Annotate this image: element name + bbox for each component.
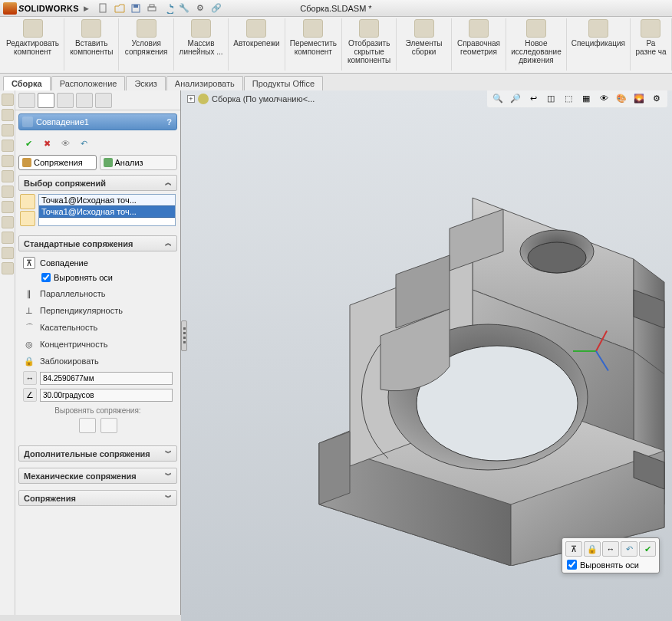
toolbar-icon[interactable] — [2, 109, 14, 121]
tab-office[interactable]: Продукты Office — [244, 76, 323, 90]
open-file-icon[interactable] — [113, 2, 127, 15]
svg-rect-0 — [100, 4, 106, 12]
property-manager-tab-icon[interactable] — [38, 93, 54, 108]
display-style-icon[interactable]: ▦ — [578, 90, 594, 106]
selection-item[interactable]: Точка1@Исходная точ... — [39, 206, 175, 218]
config-tab-icon[interactable] — [57, 93, 74, 108]
dimxpert-tab-icon[interactable] — [76, 93, 93, 108]
ribbon-insert-components[interactable]: Вставить компоненты — [64, 18, 119, 71]
document-title: Сборка.SLDASM * — [300, 4, 371, 13]
flyout-tree[interactable]: + Сборка (По умолчанию<... — [187, 94, 315, 104]
save-icon[interactable] — [129, 2, 143, 15]
ribbon-edit-component[interactable]: Редактировать компонент — [2, 18, 64, 71]
angle-input[interactable] — [40, 389, 173, 402]
section-header-standard[interactable]: Стандартные сопряжения︽ — [18, 235, 177, 251]
align-same-button[interactable] — [79, 418, 96, 433]
angle-row: ∠ — [20, 386, 176, 403]
tab-sketch[interactable]: Эскиз — [126, 76, 165, 90]
mate-tangent[interactable]: ⌒Касательность — [20, 319, 176, 336]
toolbar-icon[interactable] — [2, 232, 14, 244]
graphics-viewport[interactable]: + Сборка (По умолчанию<... 🔍 🔎 ↩ ◫ ⬚ ▦ 👁… — [181, 90, 672, 621]
mate-coincident[interactable]: ⊼Совпадение — [20, 255, 176, 271]
section-header-mechanical[interactable]: Механические сопряжения︾ — [18, 468, 177, 484]
ribbon-mate[interactable]: Условия сопряжения — [119, 18, 173, 71]
popup-lock-icon[interactable]: 🔒 — [584, 541, 601, 557]
popup-undo-icon[interactable]: ↶ — [621, 541, 637, 557]
toolbar-icon[interactable] — [2, 140, 14, 152]
section-view-icon[interactable]: ◫ — [543, 90, 558, 106]
ribbon-move-component[interactable]: Переместить компонент — [285, 18, 342, 71]
zoom-area-icon[interactable]: 🔎 — [508, 90, 523, 106]
command-tabs: Сборка Расположение Эскиз Анализировать … — [0, 74, 672, 90]
ribbon-bom[interactable]: Спецификация — [567, 18, 631, 71]
toolbar-icon[interactable] — [2, 94, 14, 106]
selection-item[interactable]: Точка1@Исходная точ... — [39, 195, 175, 206]
toolbar-icon[interactable] — [2, 186, 14, 198]
align-axes-checkbox[interactable] — [41, 273, 51, 282]
print-icon[interactable] — [145, 2, 159, 15]
tab-layout[interactable]: Расположение — [51, 76, 126, 90]
subtab-analysis[interactable]: Анализ — [100, 155, 178, 170]
toolbar-icon[interactable] — [2, 170, 14, 182]
mate-concentric[interactable]: ◎Концентричность — [20, 336, 176, 353]
undo-icon[interactable] — [161, 2, 175, 15]
undo-button[interactable]: ↶ — [77, 136, 91, 150]
popup-align-checkbox[interactable] — [567, 560, 577, 570]
new-file-icon[interactable] — [97, 2, 110, 15]
view-orient-icon[interactable]: ⬚ — [561, 90, 576, 106]
ribbon-assembly-features[interactable]: Элементы сборки — [397, 18, 451, 71]
toolbar-icon[interactable] — [2, 201, 14, 213]
tab-assembly[interactable]: Сборка — [3, 76, 51, 90]
display-tab-icon[interactable] — [95, 93, 112, 108]
mate-parallel[interactable]: ∥Параллельность — [20, 285, 176, 302]
distance-row: ↔ — [20, 370, 176, 386]
mate-lock[interactable]: 🔒Заблокировать — [20, 353, 176, 370]
ribbon-exploded[interactable]: Ра разне ча — [631, 18, 672, 71]
toolbar-icon[interactable] — [2, 155, 14, 167]
perpendicular-icon: ⊥ — [23, 304, 35, 317]
mate-perpendicular[interactable]: ⊥Перпендикулярность — [20, 302, 176, 319]
feature-tree-tab-icon[interactable] — [18, 93, 35, 108]
section-header-mates[interactable]: Сопряжения︾ — [18, 490, 177, 506]
options-icon[interactable]: ⚙ — [193, 2, 207, 15]
appearance-icon[interactable]: 🎨 — [614, 90, 629, 106]
hide-show-icon[interactable]: 👁 — [596, 90, 611, 106]
link-icon[interactable]: 🔗 — [209, 2, 223, 15]
ribbon-smart-fasteners[interactable]: Автокрепежи — [229, 18, 285, 71]
preview-button[interactable]: 👁 — [58, 136, 72, 150]
prev-view-icon[interactable]: ↩ — [525, 90, 541, 106]
scrollbar-stub[interactable] — [15, 615, 181, 621]
toolbar-icon[interactable] — [2, 216, 14, 228]
popup-ok-icon[interactable]: ✔ — [639, 541, 656, 557]
ribbon-motion-study[interactable]: Новое исследование движения — [506, 18, 567, 71]
command-ribbon: Редактировать компонент Вставить компоне… — [0, 17, 672, 74]
scene-icon[interactable]: 🌄 — [631, 90, 647, 106]
selection-listbox[interactable]: Точка1@Исходная точ... Точка1@Исходная т… — [38, 194, 176, 226]
expand-icon[interactable]: + — [187, 95, 195, 103]
tab-evaluate[interactable]: Анализировать — [166, 76, 243, 90]
panel-splitter[interactable] — [181, 320, 187, 351]
help-button[interactable]: ? — [166, 117, 172, 127]
view-settings-icon[interactable]: ⚙ — [649, 90, 664, 106]
cancel-button[interactable]: ✖ — [40, 136, 54, 150]
popup-distance-icon[interactable]: ↔ — [602, 541, 619, 557]
toolbar-icon[interactable] — [2, 124, 14, 136]
distance-input[interactable] — [40, 372, 173, 385]
entity-filter-icon[interactable] — [20, 211, 35, 226]
section-header-selection[interactable]: Выбор сопряжений︽ — [18, 175, 177, 191]
title-bar: SOLIDWORKS ▶ 🔧 ⚙ 🔗 Сборка.SLDASM * — [0, 0, 672, 17]
entity-filter-icon[interactable] — [20, 194, 35, 209]
ribbon-reference-geometry[interactable]: Справочная геометрия — [452, 18, 506, 71]
align-anti-button[interactable] — [100, 418, 117, 433]
popup-coincident-icon[interactable]: ⊼ — [565, 541, 582, 557]
section-header-advanced[interactable]: Дополнительные сопряжения︾ — [18, 445, 177, 462]
ok-button[interactable]: ✔ — [21, 136, 35, 150]
rebuild-icon[interactable]: 🔧 — [177, 2, 191, 15]
toolbar-icon[interactable] — [2, 247, 14, 259]
menu-dropdown-icon[interactable]: ▶ — [84, 5, 89, 12]
zoom-fit-icon[interactable]: 🔍 — [490, 90, 506, 106]
toolbar-icon[interactable] — [2, 262, 14, 274]
ribbon-show-hidden[interactable]: Отобразить скрытые компоненты — [342, 18, 397, 71]
ribbon-linear-pattern[interactable]: Массив линейных ... — [174, 18, 229, 71]
subtab-mates[interactable]: Сопряжения — [18, 155, 97, 170]
